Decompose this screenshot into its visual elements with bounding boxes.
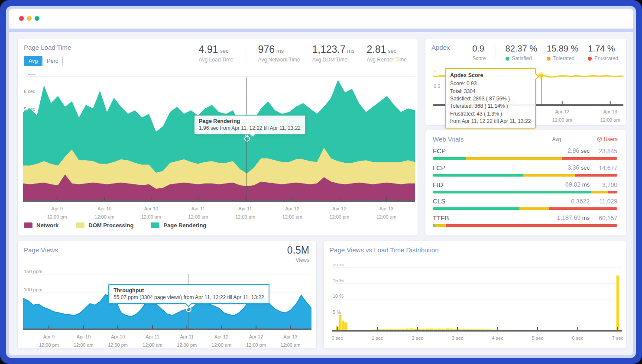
vital-distribution-bar	[433, 174, 617, 177]
x-tick-label: Apr 1112:00 pm	[177, 333, 197, 349]
x-tick-label: Apr 1012:00 am	[94, 205, 114, 221]
x-tick-label: Apr 1212:00 pm	[246, 333, 266, 349]
hover-point-marker	[186, 306, 191, 312]
web-vital-row-ttfb[interactable]: TTFB1,187.69 ms60,157	[433, 213, 617, 227]
tooltip-line: from Apr 11, 12:22 till Apr 11, 13:22	[450, 118, 531, 125]
x-tick-label: 7 sec	[612, 334, 623, 342]
dashboard: Page Load Time AvgPerc 4.91 secAvg Load …	[9, 32, 633, 355]
total-views-label: Views	[287, 257, 309, 263]
x-tick-label: 0 sec	[332, 334, 343, 342]
close-window-button[interactable]	[19, 16, 24, 21]
apdex-score-tooltip: Apdex Score Score: 0.93 Total: 3304 Sati…	[445, 68, 536, 129]
vital-distribution-bar	[433, 207, 617, 210]
stat-divider	[496, 44, 496, 59]
web-vitals-title: Web Vitals	[433, 135, 552, 143]
maximize-window-button[interactable]	[35, 16, 39, 21]
load-time-stats: 4.91 secAvg Load Time976 msAvg Network T…	[199, 44, 407, 63]
page-views-title: Page Views	[24, 246, 58, 254]
window-inner: Page Load Time AvgPerc 4.91 secAvg Load …	[6, 6, 636, 358]
page-rendering-tooltip: Page Rendering 1.96 sec from Apr 11, 12:…	[194, 115, 306, 135]
x-tick-label: 4 sec	[492, 334, 503, 342]
web-vitals-panel: Web Vitals Avg ☹ Users FCP2.96 sec23,845…	[425, 130, 626, 236]
x-tick-label: Apr 1312:00 am	[280, 333, 300, 349]
users-label: Users	[604, 136, 617, 142]
x-tick-label: Apr 1212:00 pm	[329, 205, 349, 221]
throughput-tooltip: Throughput 55.07 ppm (3304 page views) f…	[108, 284, 269, 304]
x-tick-label: Apr 1112:00 pm	[235, 205, 255, 221]
tooltip-title: Page Rendering	[199, 118, 301, 124]
page-load-time-panel: Page Load Time AvgPerc 4.91 secAvg Load …	[17, 38, 418, 236]
legend-page-rendering[interactable]: Page Rendering	[151, 222, 206, 229]
svg-text:5 %: 5 %	[333, 309, 341, 315]
x-tick-label: Apr 912:00 pm	[39, 333, 59, 349]
page-views-total: 0.5M Views	[287, 245, 309, 263]
page-load-time-chart[interactable]: 7 sec6 sec5 sec4 sec3 sec2 sec1 sec	[23, 74, 415, 202]
tooltip-title: Throughput	[113, 287, 264, 293]
tooltip-title: Apdex Score	[450, 71, 531, 79]
apdex-score: 0.9Score	[472, 44, 486, 61]
minimize-window-button[interactable]	[27, 16, 32, 21]
total-views-value: 0.5M	[287, 245, 309, 256]
sad-face-icon: ☹	[597, 136, 603, 142]
users-column-header[interactable]: ☹ Users	[590, 136, 617, 142]
svg-text:100 ppm: 100 ppm	[24, 287, 42, 292]
x-tick-label: Apr 1212:00 am	[282, 205, 302, 221]
distribution-chart-area: 20 %15 %10 %5 %	[332, 264, 622, 332]
x-tick-label: Apr 1312:00 am	[376, 205, 396, 221]
x-tick-label: 2 sec	[412, 334, 423, 342]
distribution-chart[interactable]: 20 %15 %10 %5 %	[332, 264, 622, 332]
legend-dom-processing[interactable]: DOM Processing	[76, 222, 133, 229]
x-tick-label: 1 sec	[372, 334, 383, 342]
web-vitals-header: Web Vitals Avg ☹ Users	[433, 135, 617, 143]
toggle-perc[interactable]: Perc	[42, 56, 63, 66]
apdex-stat-satisfied: 82.37 %Satisfied	[506, 44, 537, 61]
svg-text:0.5: 0.5	[434, 84, 440, 89]
tolerated-dot-icon	[547, 57, 551, 61]
x-tick-label: Apr 1012:00 pm	[141, 205, 161, 221]
svg-text:150 ppm: 150 ppm	[24, 269, 42, 274]
x-tick-label: Apr 1012:00 am	[74, 333, 94, 349]
distribution-x-axis: 0 sec1 sec2 sec3 sec4 sec5 sec6 sec7 sec	[332, 334, 622, 348]
svg-text:15 %: 15 %	[333, 278, 344, 283]
tooltip-body: 55.07 ppm (3304 page views) from Apr 11,…	[113, 294, 264, 300]
window-controls	[19, 16, 39, 21]
avg-perc-toggle: AvgPerc	[24, 56, 63, 66]
x-tick-label: 5 sec	[532, 334, 543, 342]
tooltip-line: Total: 3304	[450, 88, 531, 95]
hover-point-marker	[244, 136, 250, 142]
legend-swatch-icon	[151, 222, 159, 228]
frustrated-dot-icon	[588, 57, 592, 61]
hover-point-marker	[539, 74, 543, 77]
x-tick-label: Apr 912:00 pm	[47, 205, 67, 221]
svg-text:10 %: 10 %	[333, 293, 344, 299]
svg-text:7 sec: 7 sec	[24, 74, 36, 76]
toggle-avg[interactable]: Avg	[24, 56, 42, 66]
satisfied-dot-icon	[506, 57, 509, 61]
x-tick-label: Apr 1012:00 pm	[108, 333, 128, 349]
web-vital-row-lcp[interactable]: LCP3.36 sec14,677	[433, 163, 617, 177]
tooltip-line: Satisfied: 2893 ( 87.56% )	[450, 95, 531, 103]
app-window: Page Load Time AvgPerc 4.91 secAvg Load …	[0, 0, 642, 364]
vital-distribution-bar	[433, 224, 617, 227]
web-vital-row-fid[interactable]: FID69.02 ms3,700	[433, 180, 617, 193]
web-vital-row-cls[interactable]: CLS0.362211,029	[433, 196, 617, 210]
distribution-title: Page Views vs Load Time Distribution	[330, 246, 439, 254]
tooltip-body: 1.96 sec from Apr 11, 12:22 till Apr 11,…	[199, 125, 301, 131]
x-tick-label: Apr 1212:00 am	[552, 108, 572, 124]
svg-text:20 %: 20 %	[333, 264, 344, 267]
apdex-stat-frustrated: 1.74 %Frustrated	[588, 44, 618, 61]
stat-avg-network-time: 976 msAvg Network Time	[258, 44, 300, 63]
legend-network[interactable]: Network	[24, 222, 58, 229]
page-load-time-x-axis: Apr 912:00 pmApr 1012:00 amApr 1012:00 p…	[23, 205, 415, 219]
stat-avg-load-time: 4.91 secAvg Load Time	[199, 44, 233, 63]
legend-swatch-icon	[76, 222, 84, 228]
x-tick-label: Apr 1112:00 am	[143, 333, 162, 349]
x-tick-label: Apr 1312:00 am	[600, 108, 620, 124]
avg-column-header: Avg	[552, 136, 561, 142]
stat-divider	[246, 45, 246, 61]
web-vital-row-fcp[interactable]: FCP2.96 sec23,845	[433, 146, 617, 160]
vital-distribution-bar	[433, 157, 617, 160]
x-tick-label: 6 sec	[572, 334, 583, 342]
stat-avg-dom-time: 1,123.7 msAvg DOM Time	[312, 44, 355, 63]
page-views-panel: Page Views 0.5M Views 150 ppm100 ppm50 p…	[17, 241, 317, 349]
